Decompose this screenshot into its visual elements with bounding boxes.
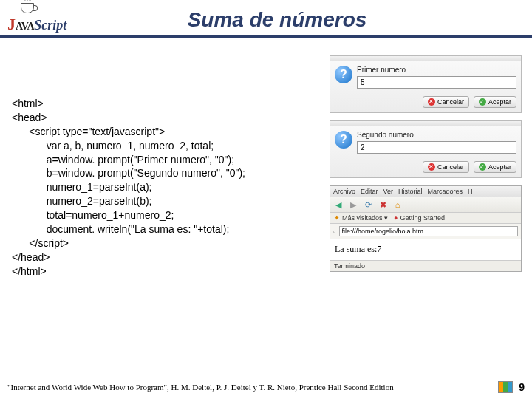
menu-marcadores[interactable]: Marcadores (428, 188, 463, 195)
dialog2-cancel-label: Cancelar (437, 163, 464, 171)
dialog2-accept-label: Aceptar (488, 163, 511, 171)
slide-title: Suma de números (74, 8, 525, 32)
logo-script: Script (34, 18, 66, 33)
slide-body: <html> <head> <script type="text/javascr… (0, 38, 532, 355)
dialog2-input[interactable] (357, 141, 516, 154)
bookmark-fox-icon: ● (394, 214, 398, 222)
cancel-icon: ✕ (428, 163, 435, 171)
home-icon[interactable]: ⌂ (392, 200, 403, 210)
browser-menubar: Archivo Editar Ver Historial Marcadores … (330, 186, 521, 197)
bookmark-star-icon: ✦ (334, 214, 340, 222)
prompt-dialog-1: ? Primer numero ✕ Cancelar ✓ Aceptar (330, 55, 522, 113)
dialog2-label: Segundo numero (357, 131, 516, 139)
browser-viewport: La suma es:7 (330, 239, 521, 260)
screenshot-column: ? Primer numero ✕ Cancelar ✓ Aceptar (330, 55, 522, 272)
logo-ava: AVA (16, 21, 34, 32)
forward-icon[interactable]: ▶ (348, 200, 358, 210)
ok-icon: ✓ (479, 98, 486, 106)
page-number: 9 (519, 381, 525, 393)
reload-icon[interactable]: ⟳ (363, 200, 373, 210)
url-input[interactable] (339, 226, 518, 236)
menu-ver[interactable]: Ver (383, 188, 394, 195)
dialog1-input[interactable] (357, 76, 516, 89)
bookmark-gs-label: Getting Started (400, 214, 445, 222)
question-icon: ? (335, 131, 352, 149)
dialog1-cancel-label: Cancelar (437, 98, 464, 106)
slide-footer: "Internet and World Wide Web How to Prog… (7, 381, 525, 393)
menu-more[interactable]: H (468, 188, 473, 195)
code-listing: <html> <head> <script type="text/javascr… (12, 97, 245, 279)
bookmark-mas-label: Más visitados ▾ (342, 214, 388, 222)
question-icon: ? (335, 66, 352, 83)
coffee-cup-icon (21, 3, 34, 13)
dialog1-cancel-button[interactable]: ✕ Cancelar (423, 96, 469, 108)
cancel-icon: ✕ (428, 98, 435, 106)
dialog1-titlebar (330, 56, 521, 61)
dialog2-accept-button[interactable]: ✓ Aceptar (474, 161, 516, 173)
bookmark-mas-visitados[interactable]: ✦ Más visitados ▾ (334, 214, 388, 222)
ok-icon: ✓ (479, 163, 486, 171)
slide-header: 〰 JAVAScript Suma de números (0, 0, 532, 38)
dialog2-cancel-button[interactable]: ✕ Cancelar (423, 161, 469, 173)
browser-window: Archivo Editar Ver Historial Marcadores … (330, 185, 522, 272)
browser-toolbar: ◀ ▶ ⟳ ✖ ⌂ (330, 197, 521, 213)
dialog1-accept-button[interactable]: ✓ Aceptar (474, 96, 516, 108)
bookmarks-bar: ✦ Más visitados ▾ ● Getting Started (330, 213, 521, 224)
menu-archivo[interactable]: Archivo (333, 188, 355, 195)
deitel-logo (498, 381, 513, 393)
prompt-dialog-2: ? Segundo numero ✕ Cancelar ✓ Aceptar (330, 120, 522, 178)
stop-icon[interactable]: ✖ (378, 200, 388, 210)
footer-citation: "Internet and World Wide Web How to Prog… (7, 383, 492, 392)
bookmark-getting-started[interactable]: ● Getting Started (394, 214, 445, 222)
url-bar: ▫ (330, 224, 521, 239)
dialog2-titlebar (330, 121, 521, 126)
menu-editar[interactable]: Editar (361, 188, 378, 195)
javascript-logo: 〰 JAVAScript (7, 4, 74, 35)
browser-statusbar: Terminado (330, 260, 521, 271)
page-file-icon: ▫ (333, 228, 336, 236)
dialog1-label: Primer numero (357, 66, 516, 74)
back-icon[interactable]: ◀ (333, 200, 344, 210)
logo-letter-j: J (7, 15, 16, 33)
dialog1-accept-label: Aceptar (488, 98, 511, 106)
menu-historial[interactable]: Historial (398, 188, 423, 195)
